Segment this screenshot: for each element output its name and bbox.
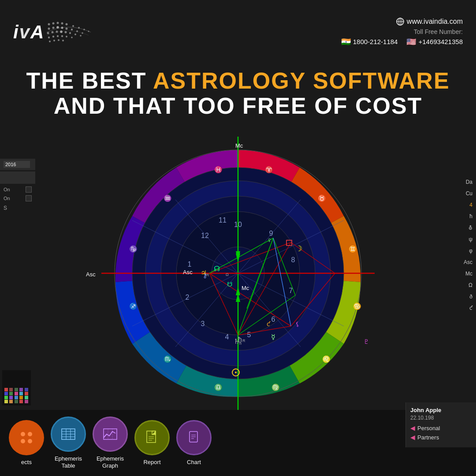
svg-text:♋: ♋ — [353, 302, 361, 310]
chart-label: Chart — [187, 459, 201, 466]
bar-cell — [9, 392, 13, 395]
mini-bars-panel — [2, 370, 31, 405]
objects-svg-icon — [19, 430, 34, 446]
saturn-bottom: ħ — [238, 336, 242, 343]
svg-point-33 — [58, 39, 60, 41]
rs-4: 4 — [441, 199, 476, 211]
nav-item-report[interactable]: Report — [134, 420, 170, 466]
svg-text:♒: ♒ — [164, 194, 172, 202]
bar-cell — [25, 396, 28, 399]
rs-da: Da — [441, 176, 476, 188]
bar-cell — [19, 400, 23, 403]
svg-text:5: 5 — [247, 331, 251, 338]
svg-text:2: 2 — [186, 294, 190, 301]
svg-point-14 — [71, 29, 73, 30]
svg-point-4 — [66, 23, 68, 26]
website-row: www.ivaindia.com — [341, 18, 463, 26]
bar-cell — [15, 392, 18, 395]
svg-point-32 — [53, 40, 55, 41]
bar-cell — [4, 392, 8, 395]
svg-text:4: 4 — [225, 333, 229, 341]
chiron-symbol: ⚷ — [203, 272, 207, 279]
personal-arrow-icon: ◀ — [410, 424, 415, 431]
bar-col-4 — [19, 372, 23, 403]
nav-item-ephemeris-graph[interactable]: EphemerisGraph — [93, 416, 128, 469]
bar-cell — [15, 388, 18, 391]
bar-col-1 — [4, 372, 8, 403]
svg-point-27 — [57, 35, 59, 37]
node-sub: Ω — [226, 272, 229, 277]
svg-point-99 — [28, 432, 32, 436]
website-text: www.ivaindia.com — [407, 18, 463, 26]
logo-text: ivA — [13, 22, 45, 43]
svg-point-9 — [48, 28, 50, 30]
svg-point-30 — [71, 37, 73, 38]
toggle2-checkbox[interactable] — [26, 195, 32, 201]
bar-cell — [15, 400, 18, 403]
svg-point-0 — [48, 23, 50, 26]
toggle2-label: On — [4, 196, 24, 201]
rs-chiron: ð — [441, 291, 476, 302]
svg-point-24 — [80, 35, 82, 37]
phone-india: 🇮🇳 1800-212-1184 — [341, 37, 398, 47]
bar-cell — [15, 396, 18, 399]
info-date: 22.10.198 — [410, 415, 472, 421]
phone-us: 🇺🇸 +14693421358 — [406, 37, 463, 47]
report-icon[interactable] — [134, 420, 170, 455]
sidebar-extra-label: S — [0, 203, 35, 213]
objects-label: ects — [21, 459, 32, 466]
svg-point-21 — [65, 31, 67, 33]
year-input[interactable] — [4, 161, 30, 168]
toll-free-label: Toll Free Number: — [341, 28, 463, 35]
nav-item-objects[interactable]: ects — [9, 420, 44, 466]
svg-text:3: 3 — [201, 320, 205, 327]
rs-pluto: φ — [441, 245, 476, 257]
svg-text:♐: ♐ — [129, 302, 138, 310]
info-partners-row[interactable]: ◀ Partners — [410, 434, 472, 441]
objects-icon[interactable] — [9, 420, 44, 455]
ephemeris-table-icon[interactable] — [51, 416, 86, 452]
bar-cell — [9, 396, 13, 399]
moon-symbol: ☽ — [295, 244, 302, 253]
svg-point-1 — [52, 22, 55, 25]
bar-col-2 — [9, 372, 13, 403]
toggle1-label: On — [4, 187, 24, 192]
svg-point-84 — [235, 372, 237, 373]
report-label: Report — [143, 459, 160, 466]
svg-point-19 — [56, 31, 58, 33]
bar-cell — [4, 396, 8, 399]
rs-uranus: ⛢ — [441, 222, 476, 234]
svg-point-98 — [21, 432, 25, 436]
nav-item-chart[interactable]: Chart — [176, 420, 212, 466]
fortune-symbol: ƈ — [267, 320, 271, 327]
svg-point-25 — [48, 37, 50, 38]
svg-point-10 — [52, 27, 55, 29]
left-sidebar: On On S — [0, 159, 35, 213]
svg-text:♓: ♓ — [214, 166, 223, 174]
sidebar-year — [0, 159, 35, 170]
toggle-row-2: On — [0, 194, 35, 203]
bar-cell — [4, 400, 8, 403]
us-phone-number: +14693421358 — [418, 38, 463, 45]
svg-point-5 — [72, 25, 74, 27]
svg-text:8: 8 — [291, 256, 295, 264]
info-personal-row[interactable]: ◀ Personal — [410, 424, 472, 431]
svg-point-17 — [47, 32, 49, 34]
personal-label: Personal — [417, 425, 440, 431]
contact-area: www.ivaindia.com Toll Free Number: 🇮🇳 18… — [341, 18, 463, 47]
headline-line2: AND THAT TOO FREE OF COST — [18, 93, 458, 119]
svg-point-34 — [62, 40, 64, 41]
nav-item-ephemeris-table[interactable]: EphemerisTable — [51, 416, 86, 469]
svg-point-28 — [61, 35, 63, 37]
rs-fortune: ƈ — [441, 302, 476, 314]
ephemeris-graph-label: EphemerisGraph — [97, 455, 124, 469]
bar-cell — [9, 388, 13, 391]
chart-svg: 10 9 8 7 6 5 4 3 2 1 12 11 — [101, 137, 375, 410]
svg-point-2 — [57, 22, 59, 24]
toggle1-checkbox[interactable] — [26, 186, 32, 193]
rs-neptune: ψ — [441, 234, 476, 245]
ephemeris-graph-icon[interactable] — [93, 416, 128, 452]
chart-icon[interactable] — [176, 420, 212, 455]
bar-cell — [25, 392, 28, 395]
astrology-chart: 10 9 8 7 6 5 4 3 2 1 12 11 — [101, 137, 375, 410]
